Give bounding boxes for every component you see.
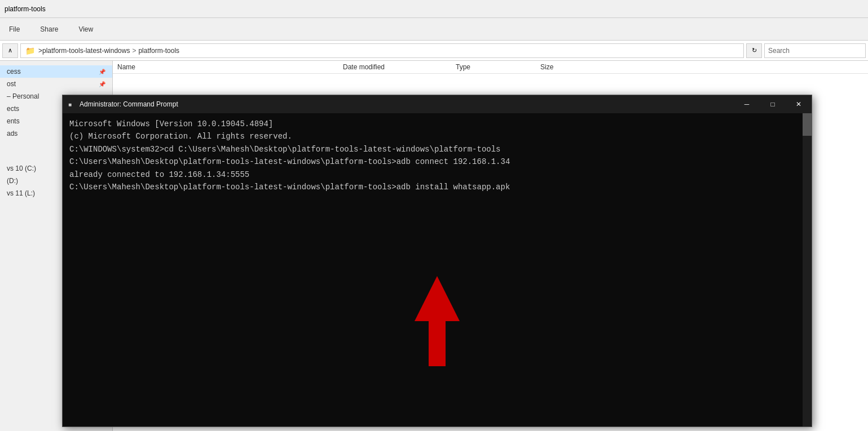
cmd-line-6: already connected to 192.168.1.34:5555 — [69, 168, 805, 181]
sidebar-item-label-2: – Personal — [7, 92, 39, 100]
explorer-title-bar: platform-tools — [0, 0, 868, 18]
address-path[interactable]: 📁 > platform-tools-latest-windows > plat… — [20, 43, 744, 58]
folder-icon: 📁 — [25, 46, 35, 55]
nav-buttons: ∧ — [2, 43, 18, 58]
cmd-maximize-btn[interactable]: □ — [760, 95, 786, 113]
breadcrumb-sep: > — [132, 47, 136, 55]
cmd-title: Administrator: Command Prompt — [80, 100, 178, 108]
cmd-window: ■ Administrator: Command Prompt ─ □ ✕ Mi… — [62, 95, 812, 427]
ribbon-tab-file[interactable]: File — [5, 23, 24, 35]
ribbon-tab-view[interactable]: View — [74, 23, 98, 35]
refresh-btn[interactable]: ↻ — [746, 43, 762, 58]
pin-icon-0: 📌 — [99, 69, 105, 75]
svg-marker-2 — [415, 276, 460, 366]
cmd-app-icon: ■ — [67, 100, 76, 109]
cmd-window-controls: ─ □ ✕ — [734, 95, 812, 113]
cmd-line-0: Microsoft Windows [Version 10.0.19045.48… — [69, 118, 805, 130]
cmd-line-8: C:\Users\Mahesh\Desktop\platform-tools-l… — [69, 181, 805, 193]
sidebar-item-0[interactable]: cess 📌 — [0, 65, 112, 78]
sidebar-item-1[interactable]: ost 📌 — [0, 78, 112, 90]
search-box[interactable]: Search — [764, 43, 866, 58]
cmd-scrollbar-thumb[interactable] — [803, 113, 812, 136]
sidebar-item-label-0: cess — [7, 68, 21, 75]
nav-up-btn[interactable]: ∧ — [2, 43, 18, 58]
cmd-minimize-btn[interactable]: ─ — [734, 95, 760, 113]
pin-icon-1: 📌 — [99, 81, 105, 87]
col-header-date[interactable]: Date modified — [343, 63, 456, 71]
col-header-type[interactable]: Type — [456, 63, 540, 71]
ribbon-tab-share[interactable]: Share — [36, 23, 63, 35]
cmd-body[interactable]: Microsoft Windows [Version 10.0.19045.48… — [63, 113, 812, 426]
cmd-title-bar: ■ Administrator: Command Prompt ─ □ ✕ — [63, 95, 812, 113]
cmd-line-3: C:\WINDOWS\system32>cd C:\Users\Mahesh\D… — [69, 143, 805, 155]
explorer-title: platform-tools — [5, 5, 46, 13]
search-label: Search — [768, 47, 790, 55]
breadcrumb-part1[interactable]: platform-tools-latest-windows — [42, 47, 130, 55]
breadcrumb-part2[interactable]: platform-tools — [138, 47, 179, 55]
cmd-close-btn[interactable]: ✕ — [786, 95, 812, 113]
sidebar-item-label-1: ost — [7, 80, 16, 88]
chevron-up-icon: ∧ — [8, 47, 12, 54]
sidebar-item-label-3: ects — [7, 105, 19, 113]
svg-text:■: ■ — [68, 101, 72, 108]
breadcrumb-home: > — [38, 47, 42, 55]
col-header-name[interactable]: Name — [117, 63, 343, 71]
sidebar-item-label-5: ads — [7, 130, 17, 137]
col-header-size[interactable]: Size — [540, 63, 597, 71]
sidebar-item-label-4: ents — [7, 117, 20, 125]
cmd-line-1: (c) Microsoft Corporation. All rights re… — [69, 130, 805, 143]
column-headers: Name Date modified Type Size — [113, 61, 868, 74]
sidebar-item-label-6: vs 10 (C:) — [7, 165, 36, 172]
cmd-line-5: C:\Users\Mahesh\Desktop\platform-tools-l… — [69, 155, 805, 168]
cmd-scrollbar[interactable] — [803, 113, 812, 426]
sidebar-item-label-7: (D:) — [7, 177, 18, 185]
red-arrow-annotation — [415, 276, 460, 370]
address-bar: ∧ 📁 > platform-tools-latest-windows > pl… — [0, 41, 868, 61]
ribbon: File Share View — [0, 18, 868, 41]
sidebar-item-label-8: vs 11 (L:) — [7, 189, 35, 197]
